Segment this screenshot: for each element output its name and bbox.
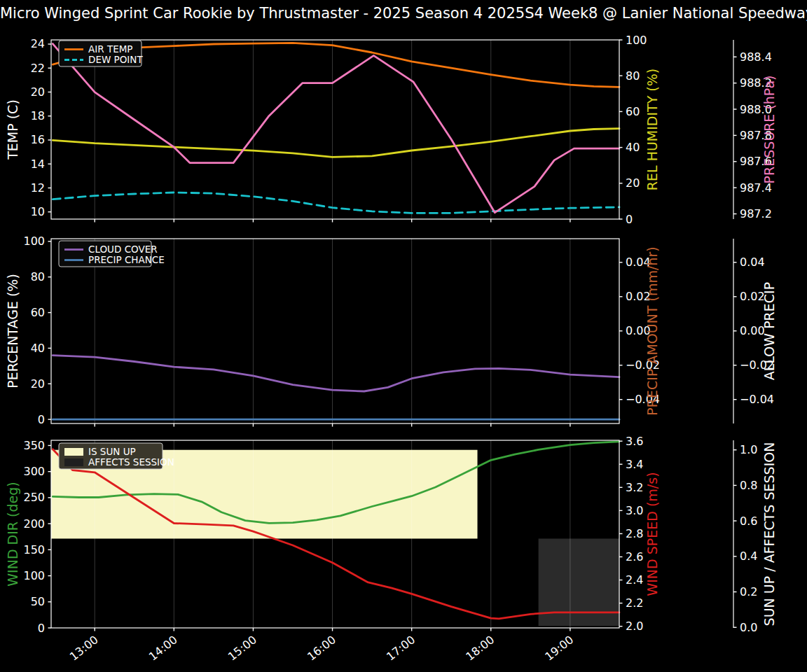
tick-label: 18 [31, 109, 45, 122]
subplot-precipitation: 020406080100PERCENTAGE (%)−0.04−0.020.00… [5, 234, 777, 426]
legend-item-label: AFFECTS SESSION [88, 456, 174, 468]
x-tick-label: 13:00 [67, 633, 101, 663]
subplot-temperature: 1012141618202224TEMP (C)020406080100REL … [5, 34, 777, 226]
axis-label-sun: SUN UP / AFFECTS SESSION [761, 442, 777, 626]
series-cloud-cover [53, 356, 619, 391]
tick-label: 2.4 [626, 573, 643, 587]
x-tick-label: 16:00 [305, 633, 338, 663]
tick-label: 80 [626, 69, 640, 83]
axis-pct: 020406080100PERCENTAGE (%) [5, 234, 51, 426]
axis-temp: 1012141618202224TEMP (C) [5, 37, 51, 218]
tick-label: 100 [626, 34, 647, 47]
tick-label: 987.2 [740, 207, 772, 220]
tick-label: 20 [31, 377, 45, 391]
tick-label: 3.2 [626, 481, 643, 494]
tick-label: 350 [23, 439, 45, 452]
series-dew-point [53, 192, 619, 213]
tick-label: 12 [31, 181, 45, 195]
tick-label: 60 [31, 306, 45, 319]
legend-item-label: DEW POINT [88, 54, 143, 65]
tick-label: 16 [31, 133, 45, 146]
axis-dir: 050100150200250300350WIND DIR (deg) [5, 439, 51, 635]
tick-label: 0.6 [740, 514, 757, 528]
tick-label: 1.0 [740, 443, 757, 456]
tick-label: 50 [31, 595, 45, 608]
axis-sun: 0.00.20.40.60.81.0SUN UP / AFFECTS SESSI… [733, 440, 777, 634]
tick-label: 0.8 [740, 479, 757, 492]
tick-label: 2.6 [626, 550, 643, 564]
axis-aprecip: −0.04−0.020.000.020.04ALLOW PRECIP [733, 239, 777, 424]
tick-label: 0 [626, 213, 633, 226]
tick-label: 2.8 [626, 527, 643, 540]
tick-label: 3.4 [626, 458, 643, 471]
tick-label: 0 [38, 622, 45, 635]
legend-swatch-is-sun-up [64, 448, 83, 456]
tick-label: 40 [31, 342, 45, 355]
x-tick-label: 14:00 [146, 633, 180, 663]
tick-label: 20 [626, 176, 640, 190]
axis-label-pct: PERCENTAGE (%) [5, 274, 20, 388]
axis-label-pamt: PRECIP AMOUNT (mm/hr) [644, 246, 660, 415]
tick-label: 22 [31, 62, 45, 75]
tick-label: 80 [31, 270, 45, 284]
axis-label-dir: WIND DIR (deg) [5, 482, 20, 586]
axis-label-press: PRESSURE (hPa) [761, 75, 777, 183]
tick-label: 14 [31, 158, 45, 171]
axis-press: 987.2987.4987.6987.8988.0988.2988.4PRESS… [733, 40, 777, 220]
tick-label: 100 [23, 569, 45, 582]
axis-label-aprecip: ALLOW PRECIP [761, 282, 777, 380]
tick-label: 3.0 [626, 504, 643, 517]
tick-label: 0.0 [740, 621, 757, 634]
tick-label: −0.04 [740, 393, 774, 406]
x-tick-label: 18:00 [463, 633, 497, 663]
series-rel-humidity [53, 129, 619, 158]
tick-label: 0 [38, 413, 45, 426]
legend-item-label: CLOUD COVER [88, 244, 158, 255]
forecast-chart: 1012141618202224TEMP (C)020406080100REL … [0, 0, 807, 672]
tick-label: 250 [23, 491, 45, 504]
legend-swatch-affects-session [64, 458, 83, 466]
chart-title: Micro Winged Sprint Car Rookie by Thrust… [0, 5, 807, 22]
weather-forecast-figure: Micro Winged Sprint Car Rookie by Thrust… [0, 0, 807, 672]
tick-label: 24 [31, 37, 45, 50]
axis-speed: 2.02.22.42.62.83.03.23.43.6WIND SPEED (m… [619, 435, 660, 634]
tick-label: 20 [31, 85, 45, 99]
subplot-wind: 050100150200250300350WIND DIR (deg)2.02.… [5, 435, 777, 664]
tick-label: 2.2 [626, 596, 643, 610]
legend-item-label: AIR TEMP [88, 43, 132, 55]
axis-pamt: −0.04−0.020.000.020.04PRECIP AMOUNT (mm/… [619, 246, 660, 415]
legend: CLOUD COVERPRECIP CHANCE [59, 241, 165, 267]
series-pressure [53, 44, 619, 213]
legend: AIR TEMPDEW POINT [59, 41, 143, 66]
legend-item-label: IS SUN UP [88, 446, 136, 457]
tick-label: 200 [23, 517, 45, 531]
axis-label-temp: TEMP (C) [5, 99, 20, 160]
tick-label: 60 [626, 105, 640, 118]
x-tick-label: 15:00 [226, 633, 259, 663]
tick-label: 150 [23, 543, 45, 556]
tick-label: 300 [23, 465, 45, 478]
legend: IS SUN UPAFFECTS SESSION [59, 443, 174, 469]
legend-item-label: PRECIP CHANCE [88, 254, 165, 265]
axis-label-speed: WIND SPEED (m/s) [644, 472, 660, 596]
tick-label: 988.4 [740, 50, 772, 64]
tick-label: 0.04 [740, 255, 765, 269]
tick-label: 10 [31, 205, 45, 218]
tick-label: 3.6 [626, 435, 643, 448]
tick-label: 40 [626, 141, 640, 154]
axis-label-hum: REL HUMIDITY (%) [644, 69, 660, 190]
tick-label: 100 [23, 234, 45, 248]
tick-label: 0.2 [740, 585, 757, 598]
x-tick-label: 17:00 [384, 633, 418, 663]
x-tick-label: 19:00 [542, 633, 576, 663]
axis-hum: 020406080100REL HUMIDITY (%) [619, 34, 660, 226]
tick-label: 0.4 [740, 550, 757, 563]
tick-label: 2.0 [626, 620, 643, 633]
